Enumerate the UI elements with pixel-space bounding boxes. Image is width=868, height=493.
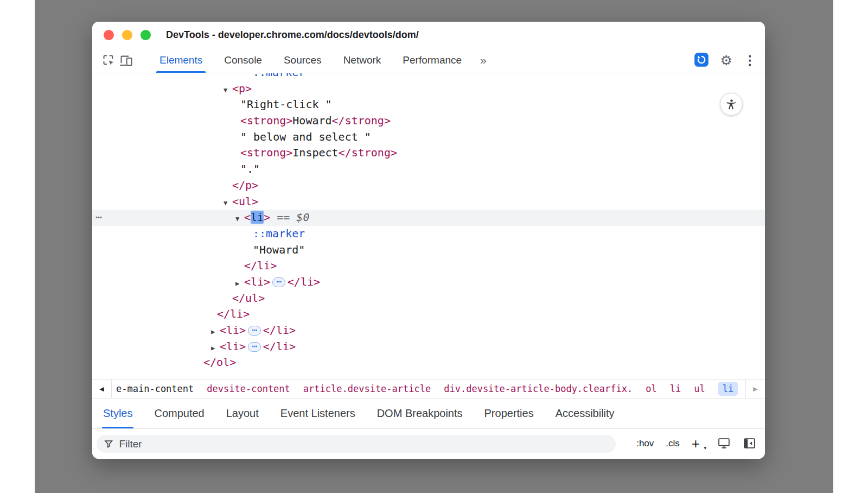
- selected-tree-line[interactable]: ⋯▼<li> == $0: [92, 210, 765, 226]
- tree-line-content: " below and select ": [92, 129, 371, 146]
- tree-line[interactable]: </li>: [92, 258, 765, 274]
- more-tabs-icon[interactable]: »: [476, 48, 491, 73]
- tag-token: <p>: [232, 82, 252, 95]
- toggle-sidebar-button[interactable]: [743, 437, 756, 451]
- breadcrumb-item-li[interactable]: li: [718, 382, 738, 396]
- tree-line[interactable]: "Right-click ": [92, 97, 765, 113]
- tag-token: <li>: [220, 324, 246, 337]
- tree-line[interactable]: </p>: [92, 178, 765, 194]
- breadcrumb-item-e-main-content[interactable]: e-main-content: [116, 383, 194, 394]
- selected-tag-token: li: [251, 211, 264, 224]
- styles-right-controls: :hov .cls + ▾: [636, 437, 756, 451]
- tree-line-content: ▼<ul>: [92, 194, 258, 212]
- breadcrumb-item-devsite-content[interactable]: devsite-content: [207, 383, 290, 394]
- filter-field[interactable]: [97, 435, 616, 453]
- tab-performance[interactable]: Performance: [392, 48, 473, 73]
- sync-refresh-icon: [694, 52, 709, 67]
- row-actions-icon[interactable]: ⋯: [95, 210, 102, 226]
- tab-elements[interactable]: Elements: [149, 48, 213, 73]
- breadcrumb-item-article-devsite-article[interactable]: article.devsite-article: [303, 383, 431, 394]
- tab-sources[interactable]: Sources: [273, 48, 333, 73]
- tab-computed[interactable]: Computed: [154, 399, 204, 428]
- styles-toolbar: :hov .cls + ▾: [92, 429, 765, 459]
- tree-line[interactable]: ".": [92, 161, 765, 178]
- close-window-button[interactable]: [104, 30, 114, 40]
- tag-token: <li>: [244, 275, 270, 288]
- tree-line[interactable]: "Howard": [92, 242, 765, 258]
- tree-line[interactable]: ▼<ul>: [92, 194, 765, 210]
- expand-ellipsis-button[interactable]: ⋯: [248, 326, 261, 336]
- device-toolbar-icon[interactable]: [117, 48, 135, 73]
- disclosure-arrow-icon[interactable]: ▶: [211, 324, 220, 340]
- breadcrumb-item-li[interactable]: li: [670, 383, 681, 394]
- breadcrumb-item-div-devsite-article-body-clearfix-[interactable]: div.devsite-article-body.clearfix.: [444, 383, 633, 394]
- disclosure-arrow-icon[interactable]: ▼: [224, 83, 232, 99]
- toggle-hover-state-button[interactable]: :hov: [636, 438, 654, 449]
- tree-line[interactable]: ▶<li>⋯</li>: [92, 339, 765, 355]
- breadcrumb-item-ul[interactable]: ul: [694, 383, 705, 394]
- window-title: DevTools - developer.chrome.com/docs/dev…: [166, 29, 419, 41]
- tree-line-content: ▼<p>: [92, 81, 252, 99]
- breadcrumb-scroll-right-button[interactable]: ▶: [745, 380, 765, 398]
- text-node-token: "Howard": [253, 243, 305, 256]
- tree-line[interactable]: </ul>: [92, 290, 765, 307]
- tab-network[interactable]: Network: [333, 48, 392, 73]
- tag-token: </strong>: [332, 114, 391, 127]
- tag-token: <ul>: [232, 195, 258, 208]
- toggle-element-classes-button[interactable]: .cls: [666, 438, 680, 449]
- tab-dom-breakpoints[interactable]: DOM Breakpoints: [377, 399, 463, 428]
- tag-token: <: [244, 211, 251, 224]
- tree-line[interactable]: <strong>Howard</strong>: [92, 113, 765, 129]
- tab-accessibility[interactable]: Accessibility: [556, 399, 615, 428]
- tree-line[interactable]: </li>: [92, 306, 765, 323]
- accessibility-button[interactable]: [720, 93, 743, 116]
- breadcrumb-item-ol[interactable]: ol: [646, 383, 656, 394]
- tag-token: >: [264, 211, 270, 224]
- tab-styles[interactable]: Styles: [103, 399, 132, 428]
- settings-gear-icon[interactable]: ⚙: [720, 54, 732, 67]
- tree-line[interactable]: </ol>: [92, 355, 765, 371]
- kebab-menu-icon[interactable]: ⋮: [744, 54, 756, 67]
- tree-line[interactable]: ::marker: [92, 226, 765, 242]
- tree-line-content: ▶<li>⋯</li>: [92, 339, 296, 357]
- tag-token: <strong>: [240, 114, 292, 127]
- tree-line[interactable]: ::marker: [92, 73, 765, 81]
- styles-filter-input[interactable]: [119, 438, 609, 450]
- disclosure-arrow-icon[interactable]: ▼: [235, 211, 244, 227]
- rendering-emulation-button[interactable]: [717, 437, 731, 451]
- tree-line[interactable]: <strong>Inspect</strong>: [92, 145, 765, 161]
- tree-line[interactable]: ▶<li>⋯</li>: [92, 274, 765, 290]
- text-node-token: Inspect: [292, 146, 338, 159]
- main-tab-strip: ElementsConsoleSourcesNetworkPerformance: [149, 48, 473, 73]
- tab-event-listeners[interactable]: Event Listeners: [280, 399, 355, 428]
- sync-icon[interactable]: [694, 52, 709, 68]
- window-titlebar: DevTools - developer.chrome.com/docs/dev…: [92, 22, 765, 48]
- breadcrumb-scroll-left-button[interactable]: ◀: [92, 380, 112, 398]
- tree-line-content: </ul>: [92, 290, 265, 307]
- plus-caret-icon: ▾: [704, 446, 706, 451]
- tab-layout[interactable]: Layout: [226, 399, 259, 428]
- disclosure-arrow-icon[interactable]: ▶: [235, 276, 244, 292]
- tree-line-content: </ol>: [92, 355, 236, 371]
- tree-line-content: <strong>Inspect</strong>: [92, 145, 397, 161]
- minimize-window-button[interactable]: [122, 30, 132, 40]
- tree-line-content: </p>: [92, 178, 258, 194]
- new-style-rule-button[interactable]: + ▾: [692, 437, 705, 451]
- zoom-window-button[interactable]: [141, 30, 151, 40]
- expand-ellipsis-button[interactable]: ⋯: [272, 277, 285, 287]
- tree-line-content: </li>: [92, 258, 277, 274]
- tree-line-content: ".": [92, 161, 260, 178]
- inspect-element-icon[interactable]: [100, 48, 117, 73]
- disclosure-arrow-icon[interactable]: ▶: [211, 340, 220, 357]
- tag-token: <li>: [220, 340, 246, 353]
- tag-token: <strong>: [240, 146, 292, 159]
- disclosure-arrow-icon[interactable]: ▼: [224, 195, 232, 212]
- expand-ellipsis-button[interactable]: ⋯: [248, 342, 261, 352]
- filter-funnel-icon: [104, 439, 113, 449]
- tree-line[interactable]: " below and select ": [92, 129, 765, 146]
- tree-line[interactable]: ▶<li>⋯</li>: [92, 323, 765, 339]
- tree-line[interactable]: ▼<p>: [92, 81, 765, 97]
- tab-properties[interactable]: Properties: [484, 399, 534, 428]
- tab-console[interactable]: Console: [213, 48, 273, 73]
- breadcrumb-bar: ◀ e-main-contentdevsite-contentarticle.d…: [92, 379, 765, 399]
